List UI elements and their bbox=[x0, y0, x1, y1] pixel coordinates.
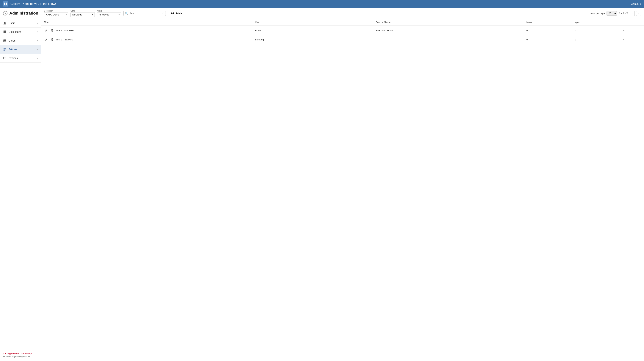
cards-icon bbox=[3, 39, 7, 42]
sidebar-item-label-articles: Articles bbox=[8, 48, 17, 51]
add-article-button[interactable]: Add Article bbox=[168, 10, 185, 16]
articles-table-container: Title Card Source Name Move Inject bbox=[41, 19, 644, 361]
sidebar-item-cards[interactable]: Cards › bbox=[0, 36, 41, 45]
chevron-right-icon-5: › bbox=[37, 57, 38, 59]
collection-filter-group: Collection NATO Demo ▾ bbox=[44, 10, 68, 17]
delete-icon-row1[interactable] bbox=[50, 28, 54, 32]
edit-icon-row1[interactable] bbox=[44, 28, 48, 32]
table-header: Title Card Source Name Move Inject bbox=[41, 19, 644, 26]
chevron-right-icon-4: › bbox=[37, 48, 38, 51]
pagination-next-button[interactable]: › bbox=[636, 11, 641, 16]
table-row: Team Lead Role Roles Exercise Control 0 bbox=[41, 26, 644, 35]
sidebar-item-exhibits[interactable]: Exhibits › bbox=[0, 54, 41, 63]
search-clear-icon[interactable]: ✕ bbox=[162, 12, 164, 15]
articles-icon bbox=[3, 47, 7, 51]
svg-rect-12 bbox=[4, 49, 6, 49]
row2-source-cell bbox=[373, 35, 524, 44]
col-header-card: Card bbox=[252, 19, 373, 26]
svg-rect-3 bbox=[6, 4, 7, 5]
row2-card: Banking bbox=[255, 38, 264, 41]
collections-icon bbox=[3, 30, 7, 34]
pagination-prev-button[interactable]: ‹ bbox=[630, 11, 635, 16]
col-header-expand bbox=[620, 19, 644, 26]
move-dropdown-arrow: ▾ bbox=[118, 13, 120, 16]
pagination-info: 1 – 2 of 2 bbox=[619, 12, 628, 15]
sidebar: ✕ Administration Users › bbox=[0, 8, 41, 361]
svg-rect-10 bbox=[4, 40, 6, 41]
svg-rect-0 bbox=[4, 2, 6, 4]
user-icon bbox=[3, 21, 7, 25]
svg-rect-8 bbox=[5, 32, 6, 33]
svg-rect-1 bbox=[6, 2, 7, 4]
row1-expand-cell: › bbox=[620, 26, 644, 35]
row1-card-cell: Roles bbox=[252, 26, 373, 35]
exhibits-icon bbox=[3, 56, 7, 60]
sidebar-item-label-users: Users bbox=[8, 21, 16, 24]
search-group: 🔍 ✕ bbox=[124, 11, 166, 16]
row2-expand-cell: › bbox=[620, 35, 644, 44]
svg-rect-5 bbox=[4, 30, 5, 32]
chevron-right-icon-3: › bbox=[37, 39, 38, 42]
top-bar: Gallery - Keeping you in the know! Admin… bbox=[0, 0, 644, 8]
items-per-page-group: Items per page: 20 50 100 bbox=[590, 11, 617, 16]
search-icon: 🔍 bbox=[125, 12, 128, 15]
admin-dropdown-arrow: ▾ bbox=[640, 2, 641, 5]
col-header-move: Move bbox=[523, 19, 572, 26]
sidebar-item-label-exhibits: Exhibits bbox=[8, 57, 18, 60]
sidebar-nav: Users › Collections › bbox=[0, 19, 41, 349]
sidebar-item-collections[interactable]: Collections › bbox=[0, 27, 41, 36]
table-row: Test 1 - Banking Banking 0 bbox=[41, 35, 644, 44]
row2-card-cell: Banking bbox=[252, 35, 373, 44]
svg-rect-2 bbox=[4, 4, 6, 5]
collection-filter-select[interactable]: NATO Demo ▾ bbox=[44, 12, 68, 17]
expand-btn-row2[interactable]: › bbox=[623, 38, 624, 41]
edit-icon-row2[interactable] bbox=[44, 37, 48, 42]
collection-filter-label: Collection bbox=[44, 10, 68, 12]
svg-rect-6 bbox=[5, 30, 6, 32]
row1-source: Exercise Control bbox=[376, 29, 394, 32]
col-header-title: Title bbox=[41, 19, 252, 26]
row2-title-cell: Test 1 - Banking bbox=[41, 35, 252, 44]
main-container: ✕ Administration Users › bbox=[0, 8, 644, 361]
svg-rect-13 bbox=[4, 49, 6, 50]
row2-title: Test 1 - Banking bbox=[56, 38, 73, 41]
card-filter-select[interactable]: All Cards ▾ bbox=[70, 12, 95, 17]
svg-rect-14 bbox=[4, 50, 5, 51]
admin-circle-icon: ✕ bbox=[3, 11, 8, 15]
top-bar-left: Gallery - Keeping you in the know! bbox=[3, 1, 56, 6]
cmu-university-name: Carnegie Mellon University bbox=[3, 352, 38, 355]
content-area: Collection NATO Demo ▾ Card All Cards ▾ … bbox=[41, 8, 644, 361]
svg-point-4 bbox=[4, 22, 6, 23]
row1-move: 0 bbox=[526, 29, 528, 32]
sidebar-item-users[interactable]: Users › bbox=[0, 19, 41, 27]
collection-filter-value: NATO Demo bbox=[46, 13, 64, 16]
move-filter-select[interactable]: All Moves ▾ bbox=[97, 12, 121, 17]
delete-icon-row2[interactable] bbox=[50, 37, 54, 42]
articles-table: Title Card Source Name Move Inject bbox=[41, 19, 644, 44]
row2-move: 0 bbox=[526, 38, 528, 41]
svg-rect-7 bbox=[4, 32, 5, 33]
app-title: Gallery - Keeping you in the know! bbox=[10, 2, 56, 5]
card-filter-label: Card bbox=[70, 10, 95, 12]
sidebar-item-label-collections: Collections bbox=[8, 30, 21, 33]
toolbar: Collection NATO Demo ▾ Card All Cards ▾ … bbox=[41, 8, 644, 19]
row1-inject: 0 bbox=[575, 29, 576, 32]
row2-move-cell: 0 bbox=[523, 35, 572, 44]
row2-inject: 0 bbox=[575, 38, 576, 41]
cmu-institute-name: Software Engineering Institute bbox=[3, 355, 38, 358]
search-input[interactable] bbox=[130, 12, 161, 15]
col-header-source: Source Name bbox=[373, 19, 524, 26]
card-filter-value: All Cards bbox=[72, 13, 91, 16]
card-filter-group: Card All Cards ▾ bbox=[70, 10, 95, 17]
admin-menu[interactable]: Admin ▾ bbox=[631, 2, 641, 5]
app-icon[interactable] bbox=[3, 1, 8, 6]
row2-inject-cell: 0 bbox=[572, 35, 620, 44]
row1-title: Team Lead Role bbox=[56, 29, 74, 32]
move-filter-group: Move All Moves ▾ bbox=[97, 10, 121, 17]
admin-label: Admin bbox=[631, 2, 638, 5]
expand-btn-row1[interactable]: › bbox=[623, 29, 624, 32]
col-header-inject: Inject bbox=[572, 19, 620, 26]
move-filter-value: All Moves bbox=[99, 13, 118, 16]
sidebar-item-articles[interactable]: Articles › bbox=[0, 45, 41, 54]
items-per-page-select[interactable]: 20 50 100 bbox=[606, 11, 617, 16]
